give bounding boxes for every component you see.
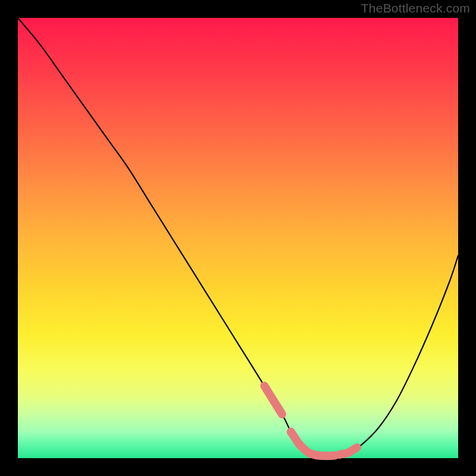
curve-svg [18, 18, 458, 458]
watermark-text: TheBottleneck.com [361, 1, 470, 15]
plot-area [18, 18, 458, 458]
bottleneck-curve [18, 18, 458, 456]
highlight-valley-floor [291, 432, 335, 456]
highlight-left-descent [264, 386, 282, 414]
highlight-right-ascent [339, 447, 357, 455]
chart-frame: TheBottleneck.com [0, 0, 476, 476]
